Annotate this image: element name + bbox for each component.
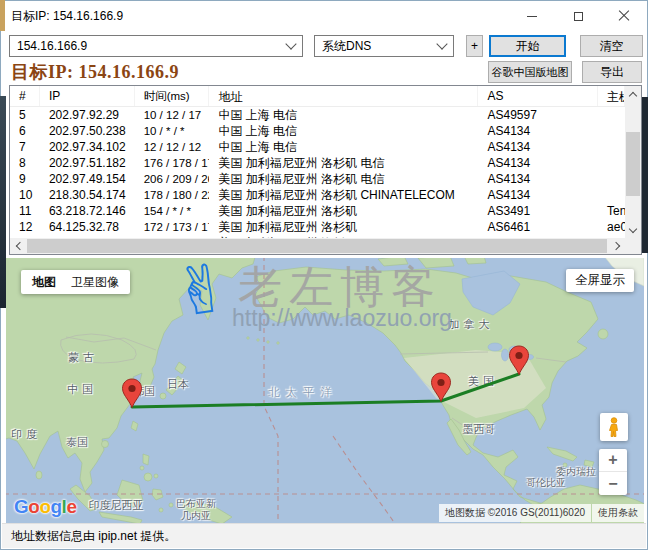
table-row[interactable]: 6202.97.50.23810 / * / *中国 上海 电信AS4134	[10, 123, 625, 139]
chevron-right-icon	[612, 242, 620, 250]
column-header[interactable]: 时间(ms)	[135, 86, 210, 106]
satellite-button[interactable]: 卫星图像	[71, 274, 119, 291]
add-button[interactable]: +	[466, 35, 483, 57]
cell-hop: 5	[10, 107, 40, 123]
scroll-up-button[interactable]	[625, 86, 641, 102]
peace-hand-logo-icon: ✌	[169, 258, 234, 332]
google-cn-map-button[interactable]: 谷歌中国版地图	[488, 61, 572, 83]
table-row[interactable]: 10218.30.54.174178 / 180 / 222美国 加利福尼亚州 …	[10, 187, 625, 203]
chevron-down-icon	[285, 38, 296, 49]
zoom-out-button[interactable]: −	[599, 472, 627, 495]
cell-ip: 202.97.34.102	[40, 139, 135, 155]
column-header[interactable]: IP	[40, 86, 135, 106]
screen-edge-artifact	[0, 0, 5, 31]
map-pin-icon	[508, 345, 530, 375]
minimize-button[interactable]	[509, 1, 555, 31]
terms-link[interactable]: 使用条款	[592, 504, 644, 522]
column-header[interactable]: 地址	[209, 86, 478, 106]
titlebar: 目标IP: 154.16.166.9	[1, 1, 647, 31]
cell-hop: 12	[10, 219, 40, 235]
cell-as: AS4134	[478, 187, 598, 203]
maximize-button[interactable]	[555, 1, 601, 31]
cell-ip: 202.97.92.29	[40, 107, 135, 123]
cell-time: 176 / 178 / 179	[135, 155, 210, 171]
horizontal-scroll-thumb[interactable]	[27, 239, 607, 253]
google-logo-letter: o	[39, 496, 50, 517]
chevron-down-icon	[436, 38, 447, 49]
map-label: 日本	[167, 378, 189, 391]
cell-addr: 美国 加利福尼亚州 洛杉矶 CHINATELECOM	[209, 187, 478, 203]
map-zoom-control: + −	[599, 449, 627, 495]
cell-ip: 63.218.72.146	[40, 203, 135, 219]
zoom-in-button[interactable]: +	[599, 449, 627, 472]
cell-hop: 10	[10, 187, 40, 203]
map-label: 泰国	[66, 436, 88, 449]
map-attribution: 地图数据 ©2016 GS(2011)6020 使用条款	[439, 504, 644, 522]
start-button[interactable]: 开始	[489, 35, 566, 57]
cell-ip: 64.125.32.78	[40, 219, 135, 235]
minimize-icon	[527, 16, 537, 17]
cell-as: AS6461	[478, 219, 598, 235]
fullscreen-button[interactable]: 全屏显示	[566, 269, 634, 292]
statusbar-text: 地址数据信息由 ipip.net 提供。	[11, 524, 176, 548]
scroll-right-button[interactable]	[609, 238, 625, 254]
map-label: 中国	[67, 383, 97, 396]
cell-host	[598, 123, 625, 139]
cell-time: 172 / 173 / 176	[135, 219, 210, 235]
cell-hop: 7	[10, 139, 40, 155]
cell-host	[598, 171, 625, 187]
cell-as: AS4134	[478, 123, 598, 139]
export-button[interactable]: 导出	[582, 61, 642, 83]
route-marker[interactable]	[430, 372, 452, 402]
scroll-left-button[interactable]	[10, 238, 26, 254]
ip-combobox-value: 154.16.166.9	[17, 39, 87, 53]
window-controls	[509, 1, 647, 31]
attribution-text: 地图数据 ©2016 GS(2011)6020	[439, 504, 591, 522]
cell-host: ae0	[598, 219, 625, 235]
vertical-scrollbar[interactable]	[625, 86, 641, 238]
google-logo[interactable]: Google	[14, 496, 76, 518]
route-marker[interactable]	[508, 345, 530, 375]
close-button[interactable]	[601, 1, 647, 31]
table-row[interactable]: 8202.97.51.182176 / 178 / 179美国 加利福尼亚州 洛…	[10, 155, 625, 171]
cell-as: AS4134	[478, 139, 598, 155]
ip-combobox[interactable]: 154.16.166.9	[9, 35, 303, 57]
google-logo-letter: e	[66, 496, 76, 517]
trace-table: #IP时间(ms)地址AS主机 5202.97.92.2910 / 12 / 1…	[9, 85, 642, 255]
pegman-icon	[607, 417, 621, 437]
map-label: 蒙古	[68, 351, 98, 364]
horizontal-scrollbar[interactable]	[10, 238, 625, 254]
table-row[interactable]: 7202.97.34.10212 / 12 / 12中国 上海 电信AS4134	[10, 139, 625, 155]
cell-hop: 11	[10, 203, 40, 219]
close-icon	[618, 10, 630, 22]
column-header[interactable]: 主机	[598, 86, 625, 106]
map-label: 印度尼西亚	[89, 499, 144, 512]
cell-addr: 中国 上海 电信	[209, 107, 478, 123]
clear-button[interactable]: 清空	[580, 35, 643, 57]
column-header[interactable]: AS	[478, 86, 598, 106]
cell-addr: 中国 上海 电信	[209, 123, 478, 139]
cell-host	[598, 155, 625, 171]
dns-select[interactable]: 系统DNS	[314, 35, 454, 57]
table-row[interactable]: 5202.97.92.2910 / 12 / 17中国 上海 电信AS49597	[10, 107, 625, 123]
route-map[interactable]: 蒙古中国韩国日本北太平洋北太平洋加拿大美国墨西哥印度泰国印度尼西亚巴布亚新 几内…	[6, 258, 644, 525]
cell-hop: 8	[10, 155, 40, 171]
map-label: 哥伦比亚	[526, 477, 566, 489]
cell-as: AS3491	[478, 203, 598, 219]
table-row[interactable]: 1163.218.72.146154 / * / *美国 加利福尼亚州 洛杉矶A…	[10, 203, 625, 219]
map-type-button[interactable]: 地图	[32, 274, 56, 291]
pegman-button[interactable]	[600, 413, 628, 441]
route-marker[interactable]	[121, 378, 143, 408]
cell-as: AS4134	[478, 155, 598, 171]
google-logo-letter: g	[51, 496, 62, 517]
table-header: #IP时间(ms)地址AS主机	[10, 86, 625, 107]
vertical-scroll-thumb[interactable]	[626, 132, 640, 196]
scroll-down-button[interactable]	[625, 222, 641, 238]
watermark-url: http://www.laozuo.org	[232, 305, 452, 332]
table-row[interactable]: 9202.97.49.154206 / 209 / 261美国 加利福尼亚州 洛…	[10, 171, 625, 187]
column-header[interactable]: #	[10, 86, 40, 106]
cell-addr: 美国 加利福尼亚州 洛杉矶 电信	[209, 155, 478, 171]
cell-host: Ten	[598, 203, 625, 219]
table-row[interactable]: 1264.125.32.78172 / 173 / 176美国 加利福尼亚州 洛…	[10, 219, 625, 235]
target-ip-label: 目标IP: 154.16.166.9	[11, 60, 179, 84]
